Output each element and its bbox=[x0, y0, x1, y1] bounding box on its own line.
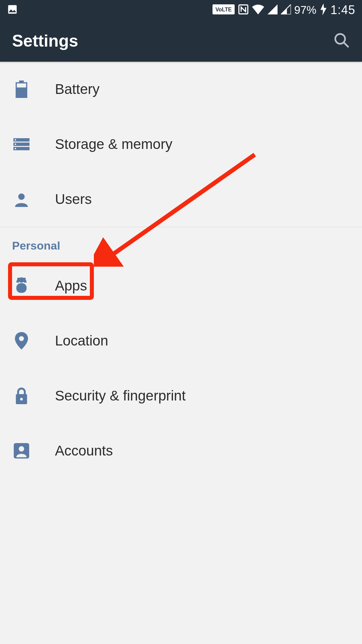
battery-charging-icon bbox=[320, 3, 327, 17]
svg-rect-14 bbox=[15, 148, 16, 149]
user-icon bbox=[9, 192, 34, 207]
svg-point-15 bbox=[18, 194, 24, 200]
battery-icon bbox=[9, 80, 34, 98]
svg-point-23 bbox=[19, 336, 24, 341]
status-bar: VoLTE 97% 1:45 bbox=[0, 0, 362, 20]
svg-point-25 bbox=[20, 398, 23, 400]
settings-item-apps[interactable]: Apps bbox=[0, 258, 362, 313]
settings-item-label: Apps bbox=[34, 278, 87, 294]
screenshot-icon bbox=[7, 10, 18, 16]
nfc-icon bbox=[238, 4, 249, 16]
settings-item-users[interactable]: Users bbox=[0, 172, 362, 227]
settings-item-location[interactable]: Location bbox=[0, 313, 362, 368]
signal-icon-1 bbox=[267, 4, 278, 16]
svg-rect-8 bbox=[16, 88, 26, 98]
settings-item-label: Location bbox=[34, 333, 108, 349]
search-icon bbox=[333, 32, 350, 49]
svg-text:VoLTE: VoLTE bbox=[216, 7, 232, 12]
app-bar: Settings bbox=[0, 20, 362, 62]
settings-item-storage[interactable]: Storage & memory bbox=[0, 117, 362, 172]
settings-item-label: Battery bbox=[34, 81, 100, 97]
signal-icon-2 bbox=[281, 4, 291, 16]
svg-point-4 bbox=[335, 34, 345, 44]
status-clock: 1:45 bbox=[330, 3, 355, 17]
battery-percentage: 97% bbox=[294, 4, 316, 16]
svg-rect-13 bbox=[15, 144, 16, 145]
storage-icon bbox=[9, 138, 34, 151]
location-icon bbox=[9, 332, 34, 350]
section-header-personal: Personal bbox=[0, 227, 362, 258]
settings-item-battery[interactable]: Battery bbox=[0, 62, 362, 117]
settings-item-label: Security & fingerprint bbox=[34, 388, 186, 404]
apps-icon bbox=[9, 277, 34, 294]
lock-icon bbox=[9, 387, 34, 404]
svg-rect-20 bbox=[16, 283, 27, 293]
settings-item-label: Accounts bbox=[34, 443, 113, 459]
svg-rect-0 bbox=[8, 5, 17, 14]
svg-point-21 bbox=[19, 282, 20, 283]
accounts-icon bbox=[9, 443, 34, 459]
page-title: Settings bbox=[12, 31, 78, 51]
settings-item-label: Storage & memory bbox=[34, 136, 172, 152]
search-button[interactable] bbox=[333, 32, 350, 50]
settings-item-security[interactable]: Security & fingerprint bbox=[0, 368, 362, 423]
volte-icon: VoLTE bbox=[213, 4, 235, 16]
svg-line-5 bbox=[344, 42, 349, 47]
wifi-icon bbox=[252, 4, 264, 16]
svg-point-27 bbox=[19, 446, 24, 451]
settings-item-accounts[interactable]: Accounts bbox=[0, 423, 362, 478]
settings-list: Battery Storage & memory Users Personal … bbox=[0, 62, 362, 478]
svg-rect-12 bbox=[15, 139, 16, 141]
svg-point-22 bbox=[23, 282, 24, 283]
settings-item-label: Users bbox=[34, 191, 92, 207]
